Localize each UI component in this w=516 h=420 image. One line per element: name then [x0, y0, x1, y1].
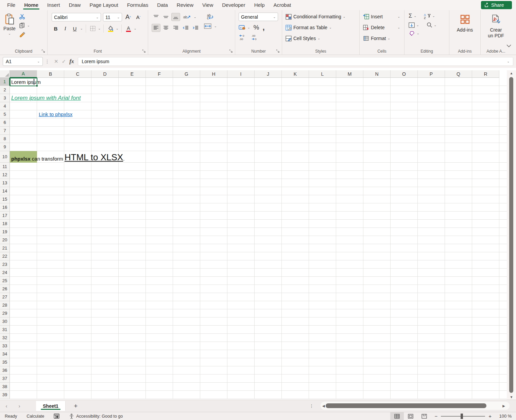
row-header-34[interactable]: 34 [0, 350, 10, 358]
view-page-layout-button[interactable] [404, 412, 417, 420]
cut-button[interactable] [19, 14, 25, 20]
add-sheet-button[interactable]: + [66, 402, 86, 410]
create-pdf-button[interactable]: Crear un PDF [481, 10, 511, 39]
grid-row-26[interactable] [10, 285, 507, 293]
paste-button[interactable]: Paste ⌄ [0, 10, 19, 48]
increase-indent-button[interactable] [191, 24, 200, 32]
number-format-combo[interactable]: General ⌄ [239, 13, 278, 21]
grid-row-36[interactable] [10, 366, 507, 375]
addins-button[interactable]: Add-ins [449, 10, 480, 33]
grid-row-21[interactable] [10, 244, 507, 252]
ribbon-tab-file[interactable]: File [3, 0, 20, 10]
cell-styles-button[interactable]: Cell Styles ⌄ [286, 35, 359, 42]
grid-row-7[interactable] [10, 127, 507, 135]
align-right-button[interactable] [171, 24, 180, 32]
wrap-text-button[interactable]: ab c [207, 14, 214, 20]
accounting-format-button[interactable]: ¤ ⌄ [239, 25, 250, 30]
grid-row-31[interactable] [10, 326, 507, 334]
column-header-C[interactable]: C [64, 70, 91, 78]
orientation-chevron-icon[interactable]: ⌄ [194, 15, 196, 19]
fill-handle[interactable] [36, 85, 38, 87]
formula-bar-grip[interactable]: ⋮ [45, 59, 50, 64]
grid-row-22[interactable] [10, 252, 507, 260]
zoom-slider[interactable] [441, 416, 485, 417]
increase-decimal-button[interactable]: 0 .00 [239, 34, 247, 41]
grid-row-32[interactable] [10, 334, 507, 342]
format-painter-button[interactable] [19, 31, 25, 37]
share-button[interactable]: Share ⌄ [481, 1, 512, 9]
horizontal-scrollbar-thumb[interactable] [326, 403, 486, 408]
row-header-24[interactable]: 24 [0, 269, 10, 277]
ribbon-tab-developer[interactable]: Developer [218, 0, 250, 10]
row-header-9[interactable]: 9 [0, 143, 10, 151]
row-header-1[interactable]: 1 [0, 78, 10, 86]
font-name-combo[interactable]: Calibri ⌄ [52, 13, 101, 21]
delete-cells-button[interactable]: Delete ⌄ [363, 24, 404, 31]
ribbon-tab-formulas[interactable]: Formulas [123, 0, 153, 10]
view-normal-button[interactable] [390, 412, 404, 420]
column-header-G[interactable]: G [173, 70, 200, 78]
decrease-decimal-button[interactable]: .00 0 [251, 34, 260, 41]
row-header-2[interactable]: 2 [0, 86, 10, 94]
row-header-11[interactable]: 11 [0, 163, 10, 171]
row-header-32[interactable]: 32 [0, 334, 10, 342]
grid-row-12[interactable] [10, 171, 507, 179]
zoom-in-button[interactable]: + [485, 413, 495, 419]
row-header-30[interactable]: 30 [0, 317, 10, 326]
grid-row-1[interactable] [10, 78, 507, 86]
grid-row-38[interactable] [10, 383, 507, 391]
name-box[interactable]: A1 ⌄ [3, 57, 43, 66]
column-header-M[interactable]: M [336, 70, 363, 78]
row-header-15[interactable]: 15 [0, 195, 10, 203]
scroll-right-icon[interactable]: ▶ [501, 404, 507, 408]
ribbon-tab-view[interactable]: View [198, 0, 218, 10]
sort-filter-button[interactable]: A Z ⌄ [424, 13, 435, 19]
row-header-39[interactable]: 39 [0, 391, 10, 399]
row-header-38[interactable]: 38 [0, 383, 10, 391]
row-header-4[interactable]: 4 [0, 102, 10, 110]
align-top-button[interactable] [152, 13, 160, 21]
row-header-14[interactable]: 14 [0, 187, 10, 195]
row-header-3[interactable]: 3 [0, 94, 10, 102]
row-header-10[interactable]: 10 [0, 151, 10, 163]
select-all-corner[interactable] [0, 70, 10, 78]
align-left-button[interactable] [152, 24, 160, 32]
formula-bar-expand-icon[interactable]: ⌄ [507, 60, 510, 63]
column-header-N[interactable]: N [363, 70, 391, 78]
bold-button[interactable]: B [52, 24, 60, 33]
ribbon-tab-data[interactable]: Data [153, 0, 172, 10]
cancel-icon[interactable]: ✕ [54, 58, 58, 65]
fill-color-button[interactable] [106, 24, 115, 33]
autosum-button[interactable]: Σ ⌄ [409, 13, 416, 19]
column-header-F[interactable]: F [146, 70, 173, 78]
grid-row-39[interactable] [10, 391, 507, 399]
cell-a10[interactable]: phpxlsx can transform HTML to XLSX. [10, 151, 124, 163]
row-header-6[interactable]: 6 [0, 118, 10, 127]
column-header-P[interactable]: P [418, 70, 445, 78]
next-sheet-icon[interactable]: › [13, 403, 26, 409]
row-header-29[interactable]: 29 [0, 309, 10, 317]
grid-row-24[interactable] [10, 269, 507, 277]
clear-button[interactable]: ⌄ [409, 31, 419, 36]
grid-row-2[interactable] [10, 86, 507, 94]
row-header-13[interactable]: 13 [0, 179, 10, 187]
borders-button[interactable] [89, 24, 97, 33]
format-as-table-button[interactable]: Format as Table ⌄ [286, 24, 359, 31]
grid-row-23[interactable] [10, 260, 507, 269]
row-header-17[interactable]: 17 [0, 212, 10, 220]
font-color-button[interactable]: A [124, 24, 133, 33]
copy-button[interactable]: ⌄ [19, 22, 30, 29]
row-header-37[interactable]: 37 [0, 375, 10, 383]
grid-row-20[interactable] [10, 236, 507, 244]
row-header-35[interactable]: 35 [0, 358, 10, 366]
grid-row-9[interactable] [10, 143, 507, 151]
column-header-L[interactable]: L [309, 70, 336, 78]
formula-input[interactable]: Lorem ipsum ⌄ [78, 57, 513, 66]
grid-row-37[interactable] [10, 375, 507, 383]
row-header-36[interactable]: 36 [0, 366, 10, 375]
grid-row-28[interactable] [10, 301, 507, 309]
zoom-out-button[interactable]: − [431, 413, 441, 419]
scroll-up-icon[interactable]: ▲ [507, 70, 516, 76]
align-bottom-button[interactable] [171, 13, 180, 21]
row-header-31[interactable]: 31 [0, 326, 10, 334]
